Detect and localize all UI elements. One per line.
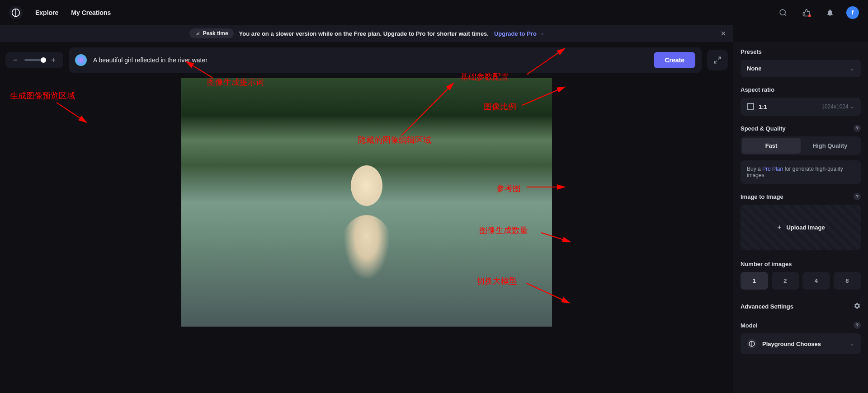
speed-quality-toggle: Fast High Quality [741,136,861,155]
svg-line-12 [714,61,717,63]
svg-point-1 [780,9,785,15]
num-images-4[interactable]: 4 [802,272,830,290]
advanced-settings-label: Advanced Settings [741,303,793,310]
main-area: A beautiful girl reflected in the river … [0,42,868,393]
square-icon [747,103,754,110]
notification-dot [808,14,811,17]
header-left: Explore My Creations [9,6,111,19]
prompt-bar: A beautiful girl reflected in the river … [69,47,702,73]
aspect-ratio-dimensions: 1024x1024 ⌄ [821,103,854,110]
banner-text: You are on a slower version while on the… [239,30,489,37]
upgrade-link[interactable]: Upgrade to Pro → [494,30,544,37]
aspect-ratio-label: Aspect ratio [741,86,861,93]
pro-plan-info: Buy a Pro Plan for generate high-quality… [741,160,861,184]
expand-button[interactable] [707,50,728,70]
generated-image[interactable] [181,78,552,327]
logo[interactable] [9,6,23,19]
search-icon [779,9,787,17]
avatar[interactable]: f [846,6,859,19]
presets-select[interactable]: None ⌄ [741,60,861,77]
advanced-settings-row[interactable]: Advanced Settings [741,299,861,314]
help-icon[interactable]: ? [854,193,861,200]
prompt-input[interactable]: A beautiful girl reflected in the river … [93,56,647,64]
pro-plan-link[interactable]: Pro Plan [762,166,783,172]
logo-icon [11,8,20,17]
num-images-2[interactable]: 2 [772,272,799,290]
high-quality-button[interactable]: High Quality [801,138,859,154]
num-images-8[interactable]: 8 [834,272,861,290]
plus-icon [776,224,783,230]
svg-line-11 [718,57,721,59]
header-right: f [776,5,859,20]
peak-time-badge: Peak time [189,28,234,38]
number-of-images-grid: 1 2 4 8 [741,272,861,290]
ai-icon [75,54,87,66]
fast-button[interactable]: Fast [742,138,801,154]
bell-icon [826,9,834,17]
create-button[interactable]: Create [654,52,695,68]
aspect-ratio-value: 1:1 [759,103,767,110]
model-icon [747,339,757,349]
upload-inner: Upload Image [776,224,825,231]
speed-quality-label: Speed & Quality ? [741,125,861,132]
settings-sidebar: Presets None ⌄ Aspect ratio 1:1 1024x102… [733,42,868,393]
thumbs-button[interactable] [799,5,814,20]
zoom-control [5,52,63,68]
model-label: Model ? [741,322,861,329]
search-button[interactable] [776,5,790,20]
model-select[interactable]: Playground Chooses ⌄ [741,333,861,354]
zoom-out-button[interactable] [11,56,20,65]
help-icon[interactable]: ? [854,125,861,132]
nav-explore[interactable]: Explore [35,9,58,16]
gear-icon[interactable] [854,302,861,311]
num-images-1[interactable]: 1 [741,272,768,290]
close-icon [720,30,727,37]
bell-button[interactable] [823,5,837,20]
chevron-down-icon: ⌄ [850,66,854,72]
help-icon[interactable]: ? [854,322,861,329]
aspect-ratio-select[interactable]: 1:1 1024x1024 ⌄ [741,98,861,116]
zoom-slider[interactable] [24,59,44,61]
banner-close-button[interactable] [719,29,728,38]
model-value: Playground Chooses [762,341,844,347]
plus-icon [50,57,57,63]
zoom-thumb[interactable] [41,57,46,63]
image-to-image-label: Image to Image ? [741,193,861,200]
peak-time-label: Peak time [203,30,228,37]
number-of-images-label: Number of images [741,261,861,267]
zoom-in-button[interactable] [49,56,58,65]
chevron-down-icon: ⌄ [850,103,854,110]
image-preview-area [5,78,728,388]
chevron-down-icon: ⌄ [850,341,854,347]
upgrade-banner: Peak time You are on a slower version wh… [0,25,733,42]
presets-value: None [747,65,762,72]
svg-line-2 [784,14,786,15]
chart-icon [195,31,200,36]
toolbar: A beautiful girl reflected in the river … [5,47,728,73]
expand-icon [713,56,722,64]
presets-label: Presets [741,48,861,55]
upload-image-dropzone[interactable]: Upload Image [741,205,861,250]
minus-icon [12,57,19,63]
header: Explore My Creations f [0,0,868,25]
canvas-area: A beautiful girl reflected in the river … [0,42,733,393]
aspect-ratio-left: 1:1 [747,103,767,110]
nav-my-creations[interactable]: My Creations [71,9,111,16]
